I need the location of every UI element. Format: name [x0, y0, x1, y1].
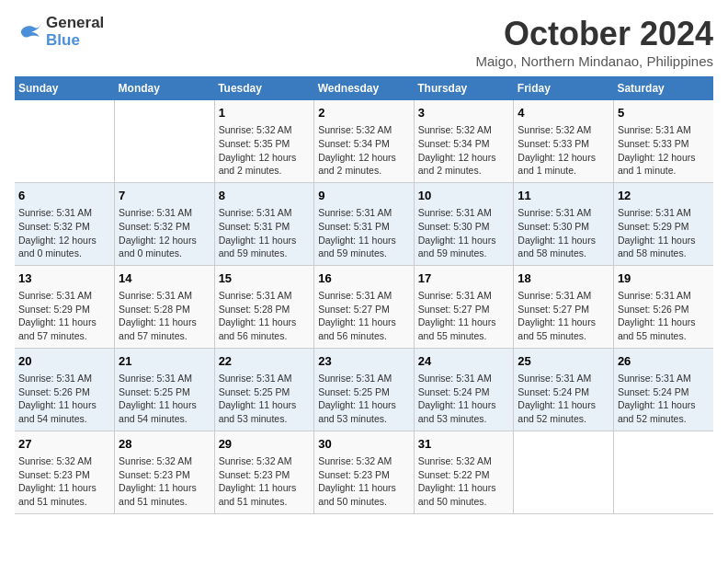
- day-number: 30: [318, 436, 410, 453]
- day-info: Sunrise: 5:31 AMSunset: 5:25 PMDaylight:…: [219, 372, 311, 426]
- logo-blue: Blue: [46, 32, 104, 50]
- day-info: Sunrise: 5:31 AMSunset: 5:27 PMDaylight:…: [518, 289, 609, 343]
- day-number: 14: [119, 270, 210, 287]
- day-number: 28: [119, 436, 210, 453]
- calendar-cell: 17Sunrise: 5:31 AMSunset: 5:27 PMDayligh…: [414, 265, 514, 348]
- day-info: Sunrise: 5:31 AMSunset: 5:25 PMDaylight:…: [318, 372, 410, 426]
- day-info: Sunrise: 5:31 AMSunset: 5:30 PMDaylight:…: [418, 206, 510, 260]
- calendar-cell: 7Sunrise: 5:31 AMSunset: 5:32 PMDaylight…: [115, 182, 215, 265]
- day-number: 1: [219, 105, 311, 121]
- day-number: 10: [418, 188, 510, 204]
- day-info: Sunrise: 5:31 AMSunset: 5:32 PMDaylight:…: [18, 206, 110, 260]
- day-info: Sunrise: 5:31 AMSunset: 5:27 PMDaylight:…: [318, 289, 410, 343]
- day-info: Sunrise: 5:31 AMSunset: 5:26 PMDaylight:…: [618, 289, 710, 343]
- day-number: 4: [518, 105, 609, 121]
- calendar-cell: 29Sunrise: 5:32 AMSunset: 5:23 PMDayligh…: [214, 431, 314, 513]
- calendar-cell: 1Sunrise: 5:32 AMSunset: 5:35 PMDaylight…: [214, 100, 314, 182]
- calendar-cell: 26Sunrise: 5:31 AMSunset: 5:24 PMDayligh…: [613, 348, 713, 431]
- day-info: Sunrise: 5:31 AMSunset: 5:28 PMDaylight:…: [219, 289, 311, 343]
- day-info: Sunrise: 5:31 AMSunset: 5:33 PMDaylight:…: [618, 123, 710, 178]
- day-info: Sunrise: 5:32 AMSunset: 5:22 PMDaylight:…: [418, 454, 510, 509]
- day-number: 6: [18, 188, 110, 204]
- calendar-week-row: 27Sunrise: 5:32 AMSunset: 5:23 PMDayligh…: [15, 431, 713, 513]
- logo: General Blue: [15, 15, 104, 49]
- calendar-cell: 10Sunrise: 5:31 AMSunset: 5:30 PMDayligh…: [414, 182, 514, 265]
- day-number: 25: [518, 353, 609, 370]
- calendar-cell: 19Sunrise: 5:31 AMSunset: 5:26 PMDayligh…: [613, 265, 713, 348]
- day-number: 12: [618, 188, 710, 204]
- day-number: 22: [219, 353, 311, 370]
- logo-general: General: [46, 15, 104, 32]
- day-number: 27: [18, 436, 110, 453]
- weekday-header: Saturday: [613, 76, 713, 100]
- day-number: 9: [318, 188, 410, 204]
- calendar-cell: 30Sunrise: 5:32 AMSunset: 5:23 PMDayligh…: [314, 431, 415, 513]
- calendar-week-row: 20Sunrise: 5:31 AMSunset: 5:26 PMDayligh…: [15, 348, 713, 431]
- day-info: Sunrise: 5:31 AMSunset: 5:29 PMDaylight:…: [618, 206, 710, 260]
- day-number: 7: [119, 188, 210, 204]
- title-block: October 2024 Maigo, Northern Mindanao, P…: [476, 15, 713, 69]
- day-info: Sunrise: 5:32 AMSunset: 5:23 PMDaylight:…: [119, 454, 210, 509]
- weekday-header: Thursday: [414, 76, 514, 100]
- weekday-header: Tuesday: [214, 76, 314, 100]
- day-number: 15: [219, 270, 311, 287]
- calendar-cell: 12Sunrise: 5:31 AMSunset: 5:29 PMDayligh…: [613, 182, 713, 265]
- calendar-cell: 2Sunrise: 5:32 AMSunset: 5:34 PMDaylight…: [314, 100, 415, 182]
- day-number: 16: [318, 270, 410, 287]
- day-info: Sunrise: 5:32 AMSunset: 5:33 PMDaylight:…: [518, 123, 609, 178]
- day-number: 17: [418, 270, 510, 287]
- calendar-cell: 3Sunrise: 5:32 AMSunset: 5:34 PMDaylight…: [414, 100, 514, 182]
- calendar-cell: 14Sunrise: 5:31 AMSunset: 5:28 PMDayligh…: [115, 265, 215, 348]
- calendar-cell: 21Sunrise: 5:31 AMSunset: 5:25 PMDayligh…: [115, 348, 215, 431]
- calendar-cell: 15Sunrise: 5:31 AMSunset: 5:28 PMDayligh…: [214, 265, 314, 348]
- calendar-cell: 13Sunrise: 5:31 AMSunset: 5:29 PMDayligh…: [15, 265, 115, 348]
- calendar-cell: [15, 100, 115, 182]
- day-number: 20: [18, 353, 110, 370]
- day-info: Sunrise: 5:32 AMSunset: 5:23 PMDaylight:…: [219, 454, 311, 509]
- day-number: 21: [119, 353, 210, 370]
- calendar-table: SundayMondayTuesdayWednesdayThursdayFrid…: [15, 76, 713, 514]
- calendar-cell: 9Sunrise: 5:31 AMSunset: 5:31 PMDaylight…: [314, 182, 415, 265]
- day-number: 26: [618, 353, 710, 370]
- calendar-cell: 24Sunrise: 5:31 AMSunset: 5:24 PMDayligh…: [414, 348, 514, 431]
- day-number: 3: [418, 105, 510, 121]
- calendar-cell: 20Sunrise: 5:31 AMSunset: 5:26 PMDayligh…: [15, 348, 115, 431]
- calendar-cell: [613, 431, 713, 513]
- day-number: 24: [418, 353, 510, 370]
- day-info: Sunrise: 5:31 AMSunset: 5:25 PMDaylight:…: [119, 372, 210, 426]
- day-info: Sunrise: 5:31 AMSunset: 5:30 PMDaylight:…: [518, 206, 609, 260]
- weekday-header: Sunday: [15, 76, 115, 100]
- day-number: 5: [618, 105, 710, 121]
- calendar-cell: 6Sunrise: 5:31 AMSunset: 5:32 PMDaylight…: [15, 182, 115, 265]
- day-info: Sunrise: 5:31 AMSunset: 5:24 PMDaylight:…: [618, 372, 710, 426]
- day-number: 19: [618, 270, 710, 287]
- weekday-header: Friday: [514, 76, 614, 100]
- day-info: Sunrise: 5:32 AMSunset: 5:35 PMDaylight:…: [219, 123, 311, 178]
- calendar-cell: 22Sunrise: 5:31 AMSunset: 5:25 PMDayligh…: [214, 348, 314, 431]
- calendar-cell: 27Sunrise: 5:32 AMSunset: 5:23 PMDayligh…: [15, 431, 115, 513]
- calendar-cell: 11Sunrise: 5:31 AMSunset: 5:30 PMDayligh…: [514, 182, 614, 265]
- month-title: October 2024: [476, 15, 713, 53]
- day-info: Sunrise: 5:32 AMSunset: 5:23 PMDaylight:…: [18, 454, 110, 509]
- calendar-cell: 25Sunrise: 5:31 AMSunset: 5:24 PMDayligh…: [514, 348, 614, 431]
- calendar-cell: 23Sunrise: 5:31 AMSunset: 5:25 PMDayligh…: [314, 348, 415, 431]
- page-header: General Blue October 2024 Maigo, Norther…: [15, 15, 713, 69]
- calendar-cell: [115, 100, 215, 182]
- day-info: Sunrise: 5:31 AMSunset: 5:24 PMDaylight:…: [518, 372, 609, 426]
- day-number: 23: [318, 353, 410, 370]
- logo-bird-icon: [15, 18, 42, 46]
- weekday-header: Wednesday: [314, 76, 415, 100]
- day-info: Sunrise: 5:31 AMSunset: 5:24 PMDaylight:…: [418, 372, 510, 426]
- day-info: Sunrise: 5:31 AMSunset: 5:27 PMDaylight:…: [418, 289, 510, 343]
- day-info: Sunrise: 5:31 AMSunset: 5:26 PMDaylight:…: [18, 372, 110, 426]
- location-subtitle: Maigo, Northern Mindanao, Philippines: [476, 53, 713, 69]
- day-info: Sunrise: 5:31 AMSunset: 5:31 PMDaylight:…: [219, 206, 311, 260]
- calendar-week-row: 6Sunrise: 5:31 AMSunset: 5:32 PMDaylight…: [15, 182, 713, 265]
- day-info: Sunrise: 5:31 AMSunset: 5:28 PMDaylight:…: [119, 289, 210, 343]
- day-number: 18: [518, 270, 609, 287]
- calendar-cell: 31Sunrise: 5:32 AMSunset: 5:22 PMDayligh…: [414, 431, 514, 513]
- calendar-week-row: 1Sunrise: 5:32 AMSunset: 5:35 PMDaylight…: [15, 100, 713, 182]
- calendar-cell: 18Sunrise: 5:31 AMSunset: 5:27 PMDayligh…: [514, 265, 614, 348]
- day-info: Sunrise: 5:31 AMSunset: 5:32 PMDaylight:…: [119, 206, 210, 260]
- calendar-week-row: 13Sunrise: 5:31 AMSunset: 5:29 PMDayligh…: [15, 265, 713, 348]
